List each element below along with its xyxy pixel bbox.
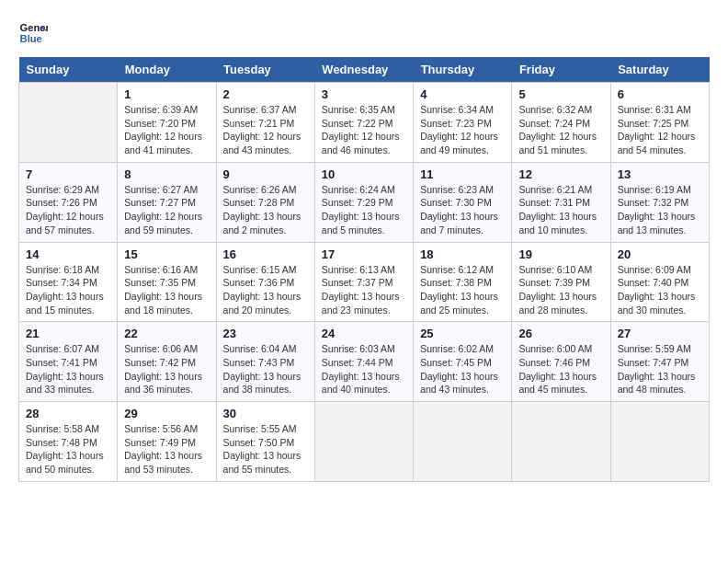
calendar-cell: 12Sunrise: 6:21 AMSunset: 7:31 PMDayligh… — [512, 162, 610, 242]
day-number: 27 — [618, 327, 702, 340]
day-number: 20 — [618, 247, 702, 261]
day-number: 16 — [223, 247, 308, 261]
weekday-header-wednesday: Wednesday — [314, 57, 413, 83]
calendar-cell: 16Sunrise: 6:15 AMSunset: 7:36 PMDayligh… — [216, 242, 314, 322]
day-number: 21 — [26, 327, 110, 340]
weekday-header-row: SundayMondayTuesdayWednesdayThursdayFrid… — [19, 57, 710, 83]
day-number: 10 — [322, 167, 406, 181]
day-number: 3 — [322, 87, 406, 101]
calendar-cell: 22Sunrise: 6:06 AMSunset: 7:42 PMDayligh… — [118, 322, 216, 402]
day-number: 9 — [223, 167, 308, 181]
day-info: Sunrise: 5:55 AMSunset: 7:50 PMDaylight:… — [223, 422, 308, 477]
weekday-header-thursday: Thursday — [414, 57, 512, 83]
day-info: Sunrise: 6:23 AMSunset: 7:30 PMDaylight:… — [420, 183, 505, 237]
calendar-week-2: 7Sunrise: 6:29 AMSunset: 7:26 PMDaylight… — [19, 162, 710, 242]
calendar-cell: 27Sunrise: 5:59 AMSunset: 7:47 PMDayligh… — [610, 322, 709, 402]
day-info: Sunrise: 6:00 AMSunset: 7:46 PMDaylight:… — [518, 342, 603, 396]
calendar-cell: 17Sunrise: 6:13 AMSunset: 7:37 PMDayligh… — [314, 242, 413, 322]
day-info: Sunrise: 6:07 AMSunset: 7:41 PMDaylight:… — [26, 342, 110, 396]
day-number: 26 — [518, 327, 603, 340]
calendar-cell: 15Sunrise: 6:16 AMSunset: 7:35 PMDayligh… — [118, 242, 216, 322]
calendar-cell: 9Sunrise: 6:26 AMSunset: 7:28 PMDaylight… — [216, 162, 314, 242]
calendar-cell: 20Sunrise: 6:09 AMSunset: 7:40 PMDayligh… — [610, 242, 709, 322]
day-number: 29 — [124, 407, 209, 420]
calendar-cell: 25Sunrise: 6:02 AMSunset: 7:45 PMDayligh… — [414, 322, 512, 402]
calendar-cell: 8Sunrise: 6:27 AMSunset: 7:27 PMDaylight… — [118, 162, 216, 242]
day-number: 2 — [223, 87, 308, 101]
day-info: Sunrise: 6:06 AMSunset: 7:42 PMDaylight:… — [124, 342, 209, 396]
calendar-cell: 3Sunrise: 6:35 AMSunset: 7:22 PMDaylight… — [314, 83, 413, 163]
weekday-header-monday: Monday — [118, 57, 216, 83]
day-number: 17 — [322, 247, 406, 261]
calendar-cell: 7Sunrise: 6:29 AMSunset: 7:26 PMDaylight… — [19, 162, 118, 242]
day-info: Sunrise: 6:16 AMSunset: 7:35 PMDaylight:… — [124, 263, 209, 317]
calendar-cell: 4Sunrise: 6:34 AMSunset: 7:23 PMDaylight… — [414, 83, 512, 163]
calendar-week-3: 14Sunrise: 6:18 AMSunset: 7:34 PMDayligh… — [19, 242, 710, 322]
calendar-cell: 6Sunrise: 6:31 AMSunset: 7:25 PMDaylight… — [610, 83, 709, 163]
calendar-cell: 1Sunrise: 6:39 AMSunset: 7:20 PMDaylight… — [118, 83, 216, 163]
calendar-cell — [19, 83, 118, 163]
day-info: Sunrise: 6:19 AMSunset: 7:32 PMDaylight:… — [618, 183, 702, 237]
calendar-cell: 2Sunrise: 6:37 AMSunset: 7:21 PMDaylight… — [216, 83, 314, 163]
weekday-header-sunday: Sunday — [19, 57, 118, 83]
calendar-cell: 26Sunrise: 6:00 AMSunset: 7:46 PMDayligh… — [512, 322, 610, 402]
day-number: 14 — [26, 247, 110, 261]
day-info: Sunrise: 6:09 AMSunset: 7:40 PMDaylight:… — [618, 263, 702, 317]
day-number: 23 — [223, 327, 308, 340]
calendar-cell: 11Sunrise: 6:23 AMSunset: 7:30 PMDayligh… — [414, 162, 512, 242]
calendar-cell: 30Sunrise: 5:55 AMSunset: 7:50 PMDayligh… — [216, 402, 314, 482]
calendar-week-5: 28Sunrise: 5:58 AMSunset: 7:48 PMDayligh… — [19, 402, 710, 482]
day-info: Sunrise: 6:37 AMSunset: 7:21 PMDaylight:… — [223, 103, 308, 157]
calendar-cell — [314, 402, 413, 482]
day-info: Sunrise: 6:29 AMSunset: 7:26 PMDaylight:… — [26, 183, 110, 237]
day-info: Sunrise: 6:32 AMSunset: 7:24 PMDaylight:… — [518, 103, 603, 157]
calendar-week-4: 21Sunrise: 6:07 AMSunset: 7:41 PMDayligh… — [19, 322, 710, 402]
calendar-cell: 23Sunrise: 6:04 AMSunset: 7:43 PMDayligh… — [216, 322, 314, 402]
day-info: Sunrise: 6:15 AMSunset: 7:36 PMDaylight:… — [223, 263, 308, 317]
day-number: 28 — [26, 407, 110, 420]
day-number: 18 — [420, 247, 505, 261]
day-info: Sunrise: 5:56 AMSunset: 7:49 PMDaylight:… — [124, 422, 209, 477]
calendar-cell: 29Sunrise: 5:56 AMSunset: 7:49 PMDayligh… — [118, 402, 216, 482]
day-number: 8 — [124, 167, 209, 181]
day-info: Sunrise: 5:58 AMSunset: 7:48 PMDaylight:… — [26, 422, 110, 477]
logo: General Blue — [18, 18, 51, 48]
calendar-cell: 24Sunrise: 6:03 AMSunset: 7:44 PMDayligh… — [314, 322, 413, 402]
day-info: Sunrise: 6:03 AMSunset: 7:44 PMDaylight:… — [322, 342, 406, 396]
calendar-cell: 28Sunrise: 5:58 AMSunset: 7:48 PMDayligh… — [19, 402, 118, 482]
day-info: Sunrise: 6:27 AMSunset: 7:27 PMDaylight:… — [124, 183, 209, 237]
day-info: Sunrise: 6:04 AMSunset: 7:43 PMDaylight:… — [223, 342, 308, 396]
day-number: 11 — [420, 167, 505, 181]
day-info: Sunrise: 6:18 AMSunset: 7:34 PMDaylight:… — [26, 263, 110, 317]
day-info: Sunrise: 6:35 AMSunset: 7:22 PMDaylight:… — [322, 103, 406, 157]
day-number: 15 — [124, 247, 209, 261]
weekday-header-friday: Friday — [512, 57, 610, 83]
day-info: Sunrise: 6:26 AMSunset: 7:28 PMDaylight:… — [223, 183, 308, 237]
day-number: 6 — [618, 87, 702, 101]
calendar-cell: 13Sunrise: 6:19 AMSunset: 7:32 PMDayligh… — [610, 162, 709, 242]
day-info: Sunrise: 6:34 AMSunset: 7:23 PMDaylight:… — [420, 103, 505, 157]
calendar-cell: 10Sunrise: 6:24 AMSunset: 7:29 PMDayligh… — [314, 162, 413, 242]
day-number: 12 — [518, 167, 603, 181]
calendar-week-1: 1Sunrise: 6:39 AMSunset: 7:20 PMDaylight… — [19, 83, 710, 163]
day-number: 30 — [223, 407, 308, 420]
logo-icon: General Blue — [18, 18, 48, 48]
day-info: Sunrise: 6:39 AMSunset: 7:20 PMDaylight:… — [124, 103, 209, 157]
day-number: 19 — [518, 247, 603, 261]
day-info: Sunrise: 5:59 AMSunset: 7:47 PMDaylight:… — [618, 342, 702, 396]
day-number: 1 — [124, 87, 209, 101]
day-number: 4 — [420, 87, 505, 101]
day-number: 7 — [26, 167, 110, 181]
calendar-cell — [414, 402, 512, 482]
day-number: 22 — [124, 327, 209, 340]
day-info: Sunrise: 6:31 AMSunset: 7:25 PMDaylight:… — [618, 103, 702, 157]
calendar-cell: 5Sunrise: 6:32 AMSunset: 7:24 PMDaylight… — [512, 83, 610, 163]
calendar-table: SundayMondayTuesdayWednesdayThursdayFrid… — [18, 57, 710, 482]
day-info: Sunrise: 6:10 AMSunset: 7:39 PMDaylight:… — [518, 263, 603, 317]
day-info: Sunrise: 6:13 AMSunset: 7:37 PMDaylight:… — [322, 263, 406, 317]
day-info: Sunrise: 6:12 AMSunset: 7:38 PMDaylight:… — [420, 263, 505, 317]
day-info: Sunrise: 6:21 AMSunset: 7:31 PMDaylight:… — [518, 183, 603, 237]
day-number: 24 — [322, 327, 406, 340]
calendar-cell: 21Sunrise: 6:07 AMSunset: 7:41 PMDayligh… — [19, 322, 118, 402]
calendar-cell: 18Sunrise: 6:12 AMSunset: 7:38 PMDayligh… — [414, 242, 512, 322]
